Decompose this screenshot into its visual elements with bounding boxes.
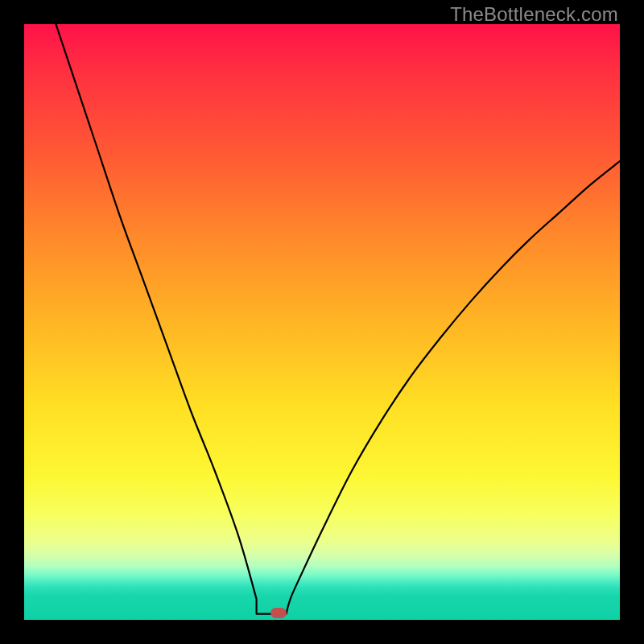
bottleneck-curve xyxy=(24,24,620,620)
chart-frame: TheBottleneck.com xyxy=(0,0,644,644)
plot-area xyxy=(24,24,620,620)
optimum-marker xyxy=(270,608,287,618)
attribution-text: TheBottleneck.com xyxy=(450,3,618,26)
